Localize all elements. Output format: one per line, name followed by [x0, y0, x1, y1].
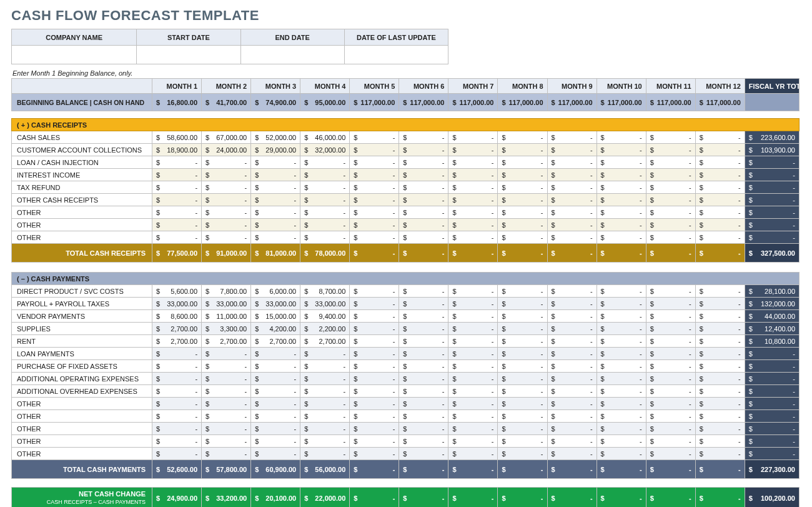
- cell[interactable]: 2,200.00: [300, 323, 350, 335]
- cell[interactable]: -: [251, 448, 300, 460]
- cell[interactable]: -: [350, 360, 399, 373]
- cell[interactable]: -: [152, 194, 202, 206]
- cell[interactable]: -: [597, 194, 646, 206]
- cell[interactable]: -: [547, 323, 597, 335]
- cell[interactable]: -: [399, 410, 448, 423]
- cell[interactable]: 33,000.00: [251, 298, 300, 310]
- cell[interactable]: -: [448, 219, 498, 231]
- cell[interactable]: -: [300, 156, 350, 169]
- cell[interactable]: -: [646, 373, 695, 385]
- cell[interactable]: -: [646, 335, 695, 348]
- cell[interactable]: -: [152, 410, 202, 423]
- cell[interactable]: -: [498, 385, 547, 398]
- cell[interactable]: -: [350, 131, 399, 144]
- cell[interactable]: -: [399, 169, 448, 181]
- cell[interactable]: 3,300.00: [202, 323, 251, 335]
- cell[interactable]: 117,000.00: [498, 94, 547, 111]
- cell[interactable]: -: [695, 360, 745, 373]
- cell[interactable]: -: [152, 360, 202, 373]
- cell[interactable]: -: [152, 435, 202, 448]
- cell[interactable]: -: [300, 398, 350, 410]
- cell[interactable]: 117,000.00: [399, 94, 448, 111]
- cell[interactable]: -: [202, 435, 251, 448]
- cell[interactable]: -: [399, 348, 448, 360]
- cell[interactable]: 7,800.00: [202, 285, 251, 298]
- cell[interactable]: -: [547, 169, 597, 181]
- cell[interactable]: -: [448, 131, 498, 144]
- cell[interactable]: 32,000.00: [300, 144, 350, 156]
- cell[interactable]: -: [202, 360, 251, 373]
- cell[interactable]: 58,600.00: [152, 131, 202, 144]
- cell[interactable]: -: [350, 335, 399, 348]
- cell[interactable]: -: [350, 398, 399, 410]
- cell[interactable]: -: [448, 373, 498, 385]
- cell[interactable]: 95,000.00: [300, 94, 350, 111]
- cell[interactable]: -: [251, 206, 300, 219]
- cell[interactable]: -: [597, 131, 646, 144]
- cell[interactable]: -: [597, 181, 646, 194]
- cell[interactable]: -: [695, 385, 745, 398]
- cell[interactable]: -: [597, 373, 646, 385]
- cell[interactable]: -: [597, 435, 646, 448]
- cell[interactable]: 46,000.00: [300, 131, 350, 144]
- cell[interactable]: -: [251, 181, 300, 194]
- cell[interactable]: -: [300, 231, 350, 244]
- cell[interactable]: -: [646, 310, 695, 323]
- cell[interactable]: -: [448, 335, 498, 348]
- cell[interactable]: -: [646, 194, 695, 206]
- cell[interactable]: -: [646, 385, 695, 398]
- cell[interactable]: 117,000.00: [350, 94, 399, 111]
- cell[interactable]: 117,000.00: [448, 94, 498, 111]
- cell[interactable]: -: [399, 131, 448, 144]
- cell[interactable]: -: [152, 423, 202, 435]
- cell[interactable]: -: [202, 231, 251, 244]
- cell[interactable]: -: [300, 360, 350, 373]
- cell[interactable]: -: [448, 435, 498, 448]
- cell[interactable]: -: [695, 435, 745, 448]
- cell[interactable]: -: [202, 423, 251, 435]
- cell[interactable]: -: [547, 373, 597, 385]
- cell[interactable]: -: [695, 194, 745, 206]
- cell[interactable]: -: [202, 206, 251, 219]
- cell[interactable]: -: [646, 181, 695, 194]
- cell[interactable]: -: [597, 285, 646, 298]
- cell[interactable]: -: [547, 360, 597, 373]
- cell[interactable]: -: [695, 206, 745, 219]
- cell[interactable]: -: [547, 335, 597, 348]
- cell[interactable]: -: [498, 423, 547, 435]
- cell[interactable]: -: [646, 219, 695, 231]
- cell[interactable]: -: [646, 448, 695, 460]
- cell[interactable]: -: [399, 385, 448, 398]
- cell[interactable]: 2,700.00: [152, 335, 202, 348]
- cell[interactable]: -: [498, 398, 547, 410]
- cell[interactable]: -: [498, 231, 547, 244]
- cell[interactable]: -: [300, 385, 350, 398]
- cell[interactable]: 11,000.00: [202, 310, 251, 323]
- cell[interactable]: -: [202, 219, 251, 231]
- cell[interactable]: -: [448, 348, 498, 360]
- cell[interactable]: -: [448, 323, 498, 335]
- cell[interactable]: -: [646, 298, 695, 310]
- cell[interactable]: -: [399, 435, 448, 448]
- cell[interactable]: -: [646, 231, 695, 244]
- cell[interactable]: -: [695, 448, 745, 460]
- cell[interactable]: -: [695, 144, 745, 156]
- cell[interactable]: -: [597, 323, 646, 335]
- cell[interactable]: 5,600.00: [152, 285, 202, 298]
- cell[interactable]: -: [300, 423, 350, 435]
- cell[interactable]: -: [498, 219, 547, 231]
- cell[interactable]: -: [498, 206, 547, 219]
- cell[interactable]: -: [695, 323, 745, 335]
- cell[interactable]: -: [399, 398, 448, 410]
- cell[interactable]: -: [646, 398, 695, 410]
- cell[interactable]: -: [448, 144, 498, 156]
- cell[interactable]: -: [498, 169, 547, 181]
- cell[interactable]: -: [448, 385, 498, 398]
- cell[interactable]: -: [646, 169, 695, 181]
- cell[interactable]: 2,700.00: [202, 335, 251, 348]
- cell[interactable]: -: [448, 360, 498, 373]
- cell[interactable]: -: [350, 219, 399, 231]
- cell[interactable]: -: [695, 156, 745, 169]
- cell[interactable]: -: [251, 398, 300, 410]
- cell[interactable]: -: [646, 131, 695, 144]
